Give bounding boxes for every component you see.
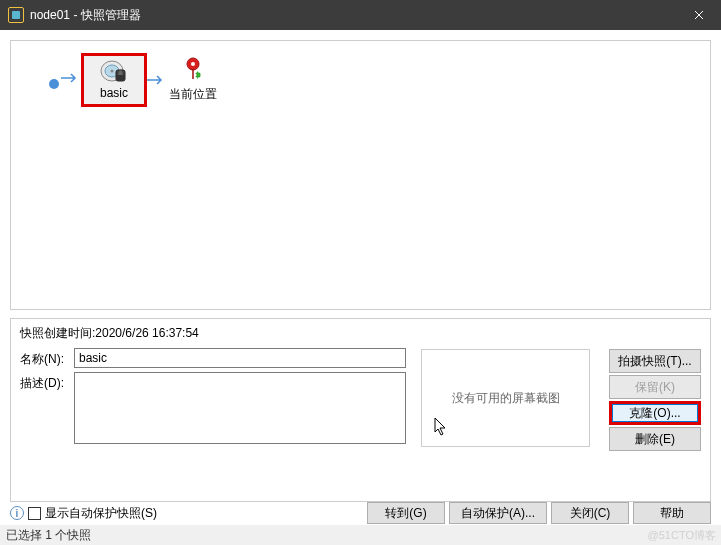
window-title: node01 - 快照管理器	[30, 7, 141, 24]
watermark: @51CTO博客	[648, 528, 716, 543]
snapshot-actions: 拍摄快照(T)... 保留(K) 克隆(O)... 删除(E)	[609, 349, 701, 451]
auto-protect-checkbox[interactable]	[28, 507, 41, 520]
arrow-icon	[61, 71, 81, 87]
status-bar: 已选择 1 个快照 @51CTO博客	[0, 525, 721, 545]
svg-point-6	[191, 62, 195, 66]
name-input[interactable]	[74, 348, 406, 368]
titlebar: node01 - 快照管理器	[0, 0, 721, 30]
snapshot-tree-panel: basic 当前位置	[10, 40, 711, 310]
description-label: 描述(D):	[20, 372, 74, 392]
arrow-icon	[147, 73, 167, 89]
snapshot-node-basic[interactable]: basic	[81, 53, 147, 107]
delete-button[interactable]: 删除(E)	[609, 427, 701, 451]
current-position-label: 当前位置	[169, 86, 217, 103]
app-icon	[8, 7, 24, 23]
help-button[interactable]: 帮助	[633, 502, 711, 524]
status-text: 已选择 1 个快照	[6, 527, 91, 544]
auto-protect-label: 显示自动保护快照(S)	[45, 505, 157, 522]
clone-button[interactable]: 克隆(O)...	[609, 401, 701, 425]
name-label: 名称(N):	[20, 348, 74, 368]
description-textarea[interactable]	[74, 372, 406, 444]
svg-rect-4	[117, 75, 124, 80]
details-panel: 快照创建时间:2020/6/26 16:37:54 名称(N): 描述(D): …	[10, 318, 711, 502]
current-position-node[interactable]: 当前位置	[169, 57, 217, 103]
goto-button[interactable]: 转到(G)	[367, 502, 445, 524]
snapshot-disk-icon	[100, 60, 128, 84]
close-button[interactable]: 关闭(C)	[551, 502, 629, 524]
take-snapshot-button[interactable]: 拍摄快照(T)...	[609, 349, 701, 373]
close-window-button[interactable]	[676, 0, 721, 30]
pin-icon	[184, 57, 202, 84]
created-time-label: 快照创建时间:2020/6/26 16:37:54	[20, 325, 701, 342]
snapshot-graph: basic 当前位置	[49, 61, 700, 107]
keep-button: 保留(K)	[609, 375, 701, 399]
svg-point-2	[111, 70, 114, 73]
screenshot-preview: 没有可用的屏幕截图	[421, 349, 590, 447]
graph-start-dot	[49, 79, 59, 89]
snapshot-label: basic	[100, 86, 128, 100]
info-icon: i	[10, 506, 24, 520]
auto-protect-button[interactable]: 自动保护(A)...	[449, 502, 547, 524]
bottom-bar: i 显示自动保护快照(S) 转到(G) 自动保护(A)... 关闭(C) 帮助	[10, 501, 711, 525]
